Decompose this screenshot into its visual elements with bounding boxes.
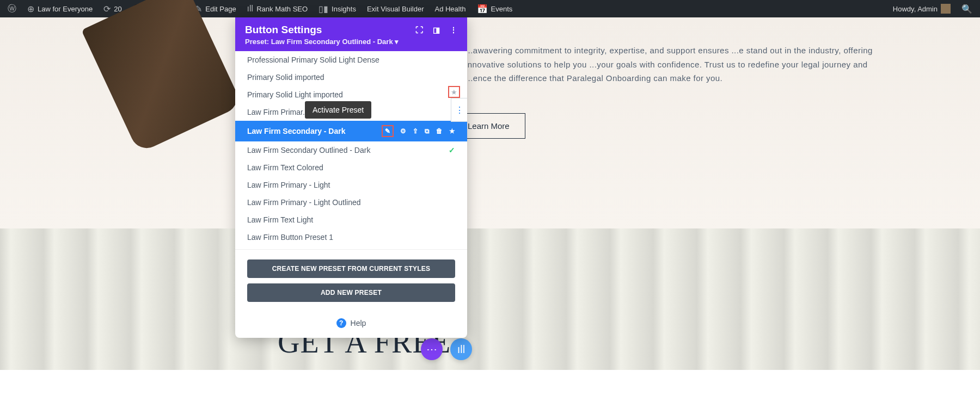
avatar [941, 4, 951, 14]
module-handle[interactable]: ⋮ [451, 98, 467, 122]
preset-item[interactable]: Law Firm Primary - Light Outlined [235, 194, 467, 211]
preset-label-text: Law Firm Button Preset 1 [247, 233, 333, 242]
preset-label-text: Law Firm Primary - Light [247, 181, 330, 189]
kebab-icon[interactable]: ⋮ [450, 26, 457, 34]
preset-label-text: Law Firm Secondary Outlined - Dark [247, 146, 370, 154]
rank-math-label: Rank Math SEO [256, 5, 308, 13]
adminbar-left: ⓦ ⊕Law for Everyone ⟳20 💬0 +New ✎Edit Pa… [3, 0, 517, 17]
activate-highlight-box: ✎ [382, 125, 394, 137]
fab-stats[interactable]: ıll [450, 338, 472, 360]
wand-icon[interactable]: ✎ [385, 127, 390, 135]
trash-icon[interactable]: 🗑 [436, 127, 443, 135]
preset-item-active[interactable]: Law Firm Secondary - Dark ✎ ⚙ ⇪ ⧉ 🗑 ★ [235, 121, 467, 141]
exit-builder-link[interactable]: Exit Visual Builder [363, 0, 428, 17]
dots-icon: ⋯ [426, 343, 437, 356]
adminbar-right: Howdy, Admin 🔍 [889, 0, 977, 17]
modal-actions: CREATE NEW PRESET FROM CURRENT STYLES AD… [235, 249, 467, 313]
modal-header: Button Settings ⛶ ◨ ⋮ Preset: Law Firm S… [235, 17, 467, 51]
search-icon: 🔍 [961, 4, 972, 14]
bars-icon: ıll [457, 343, 465, 356]
gear-icon[interactable]: ⚙ [400, 127, 406, 135]
insights-link[interactable]: ▯▮Insights [314, 0, 360, 17]
help-link[interactable]: ? Help [235, 313, 467, 338]
chevron-down-icon: ▾ [395, 38, 399, 46]
wp-logo[interactable]: ⓦ [3, 0, 21, 17]
button-settings-modal: Button Settings ⛶ ◨ ⋮ Preset: Law Firm S… [235, 17, 467, 338]
preset-item[interactable]: Law Firm Secondary Outlined - Dark✓ [235, 141, 467, 159]
search-toggle[interactable]: 🔍 [957, 0, 977, 17]
preset-item-actions: ✎ ⚙ ⇪ ⧉ 🗑 ★ [382, 125, 455, 137]
preset-label-text: Primary Solid Light imported [247, 90, 343, 99]
preset-item[interactable]: Law Firm Primary - Light [235, 176, 467, 194]
rank-math-link[interactable]: ıllRank Math SEO [243, 0, 313, 17]
ad-health-link[interactable]: Ad Health [430, 0, 470, 17]
page-canvas: ...awavering commitment to integrity, ex… [0, 17, 980, 408]
edit-page-label: Edit Page [205, 5, 236, 13]
preset-label-text: Law Firm Text Light [247, 215, 313, 224]
calendar-icon: 📅 [477, 4, 488, 14]
chart-icon: ıll [247, 4, 254, 14]
check-icon: ✓ [449, 146, 455, 154]
hero-body-text: ...awavering commitment to integrity, ex… [465, 44, 882, 85]
preset-label-text: Law Firm Primary - Light Outlined [247, 198, 361, 207]
howdy-label: Howdy, Admin [893, 5, 938, 13]
preset-item[interactable]: Law Firm Text Light [235, 211, 467, 228]
preset-label-text: Law Firm Primar... [247, 108, 309, 116]
events-link[interactable]: 📅Events [473, 0, 517, 17]
help-label: Help [351, 319, 366, 327]
preset-breadcrumb[interactable]: Preset: Law Firm Secondary Outlined - Da… [245, 38, 457, 46]
star-icon[interactable]: ★ [449, 127, 455, 135]
site-name: Law for Everyone [38, 5, 93, 13]
preset-list: Professional Primary Solid Light Dense P… [235, 51, 467, 246]
activate-preset-tooltip: Activate Preset [305, 101, 371, 119]
preset-label-text: Law Firm Text Colored [247, 163, 323, 172]
create-preset-button[interactable]: CREATE NEW PRESET FROM CURRENT STYLES [247, 259, 455, 278]
bar-chart-icon: ▯▮ [318, 4, 328, 14]
upload-icon[interactable]: ⇪ [413, 127, 418, 135]
fab-more[interactable]: ⋯ [421, 338, 443, 360]
add-preset-button[interactable]: ADD NEW PRESET [247, 283, 455, 302]
preset-item[interactable]: Primary Solid imported [235, 69, 467, 86]
duplicate-icon[interactable]: ⧉ [425, 127, 430, 135]
pillars-bg [0, 228, 980, 370]
howdy-link[interactable]: Howdy, Admin [889, 0, 955, 17]
home-icon: ⊕ [27, 4, 34, 14]
expand-icon[interactable]: ⛶ [415, 26, 423, 34]
ad-health-label: Ad Health [434, 5, 465, 13]
preset-label-text: Law Firm Secondary - Dark [247, 127, 346, 135]
modal-title: Button Settings [245, 24, 322, 36]
preset-current: Law Firm Secondary Outlined - Dark [271, 38, 393, 46]
wordpress-icon: ⓦ [8, 3, 16, 15]
exit-builder-label: Exit Visual Builder [367, 5, 424, 13]
help-icon: ? [336, 318, 346, 328]
site-name-link[interactable]: ⊕Law for Everyone [23, 0, 97, 17]
events-label: Events [491, 5, 513, 13]
modal-header-actions: ⛶ ◨ ⋮ [415, 26, 457, 34]
preset-item[interactable]: Law Firm Text Colored [235, 159, 467, 176]
refresh-icon: ⟳ [103, 4, 111, 14]
preset-label-text: Primary Solid imported [247, 73, 324, 82]
star-highlight-box: ★ [448, 86, 460, 98]
dock-icon[interactable]: ◨ [433, 26, 440, 34]
preset-prefix: Preset: [245, 38, 269, 46]
preset-item[interactable]: Law Firm Button Preset 1 [235, 228, 467, 246]
star-icon[interactable]: ★ [451, 88, 457, 96]
preset-label-text: Professional Primary Solid Light Dense [247, 55, 379, 64]
insights-label: Insights [332, 5, 356, 13]
preset-item[interactable]: Professional Primary Solid Light Dense [235, 51, 467, 69]
